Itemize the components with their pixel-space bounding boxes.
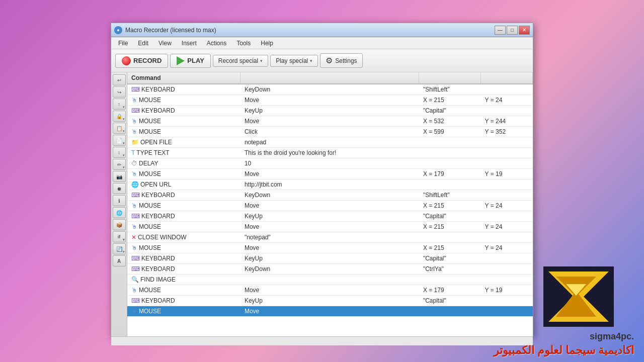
sidebar-clipboard-button[interactable]: 📋 [113,123,126,134]
play-label: PLAY [187,57,204,64]
sidebar-text-button[interactable]: A [113,255,126,266]
main-area: ↩ ↪ ↑ 🔒 📋 📄 ↕ ✏ 📷 ⏺ ℹ 🌐 📦 if 🔄 A [111,72,533,336]
table-row[interactable]: T TYPE TEXT This is the droid you're loo… [127,148,533,158]
cell-param1: X = 599 [419,127,481,137]
play-special-button[interactable]: Play special ▾ [270,55,318,67]
watermark-en-text: sigma4pc. [590,331,634,342]
menu-help[interactable]: Help [256,39,278,48]
table-row[interactable]: ✕ CLOSE WINDOW "notepad" [127,232,533,243]
minimize-button[interactable]: — [495,26,506,35]
menu-file[interactable]: File [113,39,133,48]
cell-param1: X = 179 [419,169,481,179]
table-row[interactable]: 🖱 MOUSE Move X = 179 Y = 19 [127,285,533,296]
play-icon [177,56,185,65]
record-special-button[interactable]: Record special ▾ [213,55,268,67]
cell-param1: "ShiftLeft" [419,190,481,201]
sidebar-up-button[interactable]: ↑ [113,99,126,110]
cell-param1: "Capital" [419,106,481,116]
sidebar-package-button[interactable]: 📦 [113,219,126,230]
cell-param1: X = 215 [419,222,481,232]
cell-param2 [481,232,533,243]
svg-marker-0 [543,266,614,327]
table-row[interactable]: 🖱 MOUSE Move X = 215 Y = 24 [127,95,533,106]
cell-action: 10 [240,158,419,169]
cell-param2 [481,306,533,317]
table-row[interactable]: ⏱ DELAY 10 [127,158,533,169]
cell-param1: X = 532 [419,116,481,127]
cell-action: http://jtbit.com [240,179,419,190]
table-row[interactable]: 🖱 MOUSE Move X = 215 Y = 24 [127,222,533,232]
cell-param1: "Capital" [419,211,481,222]
table-row[interactable]: ⌨ KEYBOARD KeyDown "ShiftLeft" [127,190,533,201]
command-icon: 🖱 [131,202,137,209]
command-icon: ✕ [131,234,136,241]
cell-command: ⌨ KEYBOARD [127,190,240,201]
sidebar-if-button[interactable]: if [113,231,126,242]
sidebar-camera-button[interactable]: 📷 [113,171,126,182]
cell-action: KeyUp [240,253,419,264]
table-row[interactable]: ⌨ KEYBOARD KeyUp "Capital" [127,211,533,222]
table-row[interactable]: 🖱 MOUSE Move [127,306,533,317]
sidebar-back-button[interactable]: ↪ [113,86,126,98]
table-row[interactable]: ⌨ KEYBOARD KeyUp "Capital" [127,253,533,264]
table-row[interactable]: ⌨ KEYBOARD KeyDown "ShiftLeft" [127,84,533,95]
sidebar-web-button[interactable]: 🌐 [113,207,126,218]
table-row[interactable]: ⌨ KEYBOARD KeyUp "Capital" [127,296,533,306]
table-row[interactable]: 🔍 FIND IMAGE [127,275,533,285]
cell-action: KeyUp [240,211,419,222]
command-type: KEYBOARD [141,213,175,220]
table-row[interactable]: 🖱 MOUSE Click X = 599 Y = 352 [127,127,533,137]
cell-command: 🌐 OPEN URL [127,179,240,190]
cell-command: ⌨ KEYBOARD [127,106,240,116]
close-button[interactable]: ✕ [519,26,530,35]
cell-command: ⌨ KEYBOARD [127,296,240,306]
menu-view[interactable]: View [153,39,177,48]
command-type: KEYBOARD [141,107,175,114]
table-row[interactable]: 🖱 MOUSE Move X = 215 Y = 24 [127,201,533,211]
table-row[interactable]: 📁 OPEN FILE notepad [127,137,533,148]
sidebar-copy-button[interactable]: 📄 [113,135,126,146]
column-param1 [419,72,481,84]
cell-command: ✕ CLOSE WINDOW [127,232,240,243]
table-row[interactable]: 🖱 MOUSE Move X = 215 Y = 24 [127,243,533,253]
sidebar-info-button[interactable]: ℹ [113,195,126,206]
sidebar: ↩ ↪ ↑ 🔒 📋 📄 ↕ ✏ 📷 ⏺ ℹ 🌐 📦 if 🔄 A [111,72,127,336]
play-special-label: Play special [276,57,308,64]
menu-bar: File Edit View Insert Actions Tools Help [111,37,533,49]
command-type: MOUSE [139,118,161,125]
cell-param2: Y = 24 [481,243,533,253]
menu-insert[interactable]: Insert [177,39,202,48]
sidebar-record-button[interactable]: ⏺ [113,183,126,194]
table-row[interactable]: ⌨ KEYBOARD KeyDown "CtrlYa" [127,264,533,275]
sidebar-lock-button[interactable]: 🔒 [113,111,126,122]
table-row[interactable]: ⌨ KEYBOARD KeyUp "Capital" [127,106,533,116]
table-row[interactable]: 🖱 MOUSE Move X = 532 Y = 244 [127,116,533,127]
sidebar-edit-button[interactable]: ✏ [113,159,126,170]
content-area[interactable]: Command ⌨ KEYBOARD KeyDown "ShiftLeft" [127,72,533,336]
cell-param1 [419,148,481,158]
play-special-arrow: ▾ [310,58,312,63]
menu-tools[interactable]: Tools [231,39,256,48]
table-row[interactable]: 🖱 MOUSE Move X = 179 Y = 19 [127,169,533,179]
svg-marker-3 [566,284,586,296]
maximize-button[interactable]: □ [507,26,518,35]
table-row[interactable]: 🌐 OPEN URL http://jtbit.com [127,179,533,190]
record-button[interactable]: RECORD [115,54,168,68]
record-icon [122,56,131,65]
menu-actions[interactable]: Actions [202,39,231,48]
command-icon: ⌨ [131,192,140,199]
sidebar-undo-button[interactable]: ↩ [113,74,126,85]
cell-param2: Y = 244 [481,116,533,127]
sidebar-loop-button[interactable]: 🔄 [113,243,126,254]
play-button[interactable]: PLAY [170,54,210,68]
command-icon: 🖱 [131,128,137,135]
cell-action: KeyDown [240,190,419,201]
settings-button[interactable]: ⚙ Settings [320,53,362,68]
command-icon: 📁 [131,139,139,146]
menu-edit[interactable]: Edit [133,39,153,48]
cell-action: Move [240,306,419,317]
cell-command: 🖱 MOUSE [127,222,240,232]
sidebar-swap-button[interactable]: ↕ [113,147,126,158]
command-icon: 🖱 [131,244,137,251]
command-type: KEYBOARD [141,86,175,93]
